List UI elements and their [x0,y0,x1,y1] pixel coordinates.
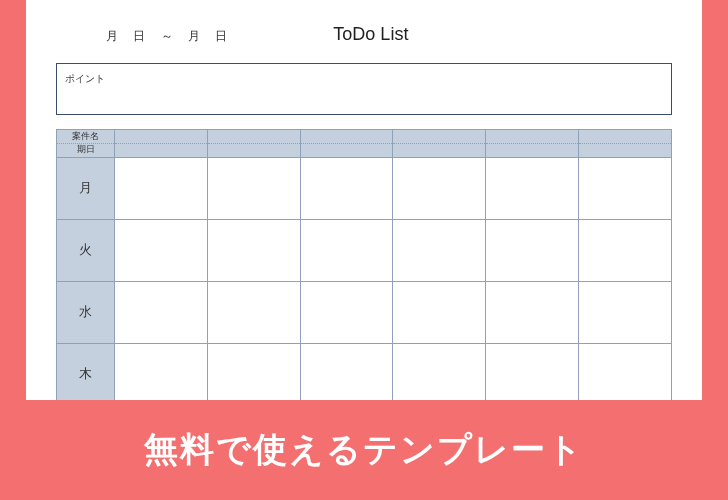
data-cell [486,219,579,281]
data-cell [579,343,672,400]
day-label: 月 [57,157,115,219]
day-label: 木 [57,343,115,400]
column-header [207,130,300,158]
schedule-table: 案件名 期日 月 火 [56,129,672,400]
data-cell [579,157,672,219]
data-cell [393,219,486,281]
document-title: ToDo List [333,24,408,45]
data-cell [486,343,579,400]
table-row: 火 [57,219,672,281]
table-header-row: 案件名 期日 [57,130,672,158]
table-row: 水 [57,281,672,343]
data-cell [486,281,579,343]
template-document: 月 日 ～ 月 日 ToDo List ポイント 案件名 期日 月 [26,0,702,400]
table-row: 木 [57,343,672,400]
banner-text: 無料で使えるテンプレート [144,427,584,473]
column-header [486,130,579,158]
data-cell [393,343,486,400]
column-header [115,130,208,158]
date-range-label: 月 日 ～ 月 日 [106,28,233,45]
column-header [393,130,486,158]
column-header [579,130,672,158]
day-label: 火 [57,219,115,281]
data-cell [115,219,208,281]
data-cell [300,219,393,281]
point-label: ポイント [65,73,105,84]
data-cell [300,343,393,400]
point-box: ポイント [56,63,672,115]
corner-line2: 期日 [77,144,95,154]
data-cell [207,157,300,219]
corner-header: 案件名 期日 [57,130,115,158]
document-header: 月 日 ～ 月 日 ToDo List [56,24,672,45]
data-cell [393,281,486,343]
data-cell [579,219,672,281]
data-cell [207,219,300,281]
data-cell [486,157,579,219]
data-cell [115,281,208,343]
data-cell [393,157,486,219]
data-cell [579,281,672,343]
column-header [300,130,393,158]
data-cell [115,157,208,219]
corner-line1: 案件名 [57,132,114,144]
data-cell [300,157,393,219]
data-cell [300,281,393,343]
promo-banner: 無料で使えるテンプレート [0,400,728,500]
data-cell [207,281,300,343]
table-row: 月 [57,157,672,219]
data-cell [115,343,208,400]
data-cell [207,343,300,400]
day-label: 水 [57,281,115,343]
